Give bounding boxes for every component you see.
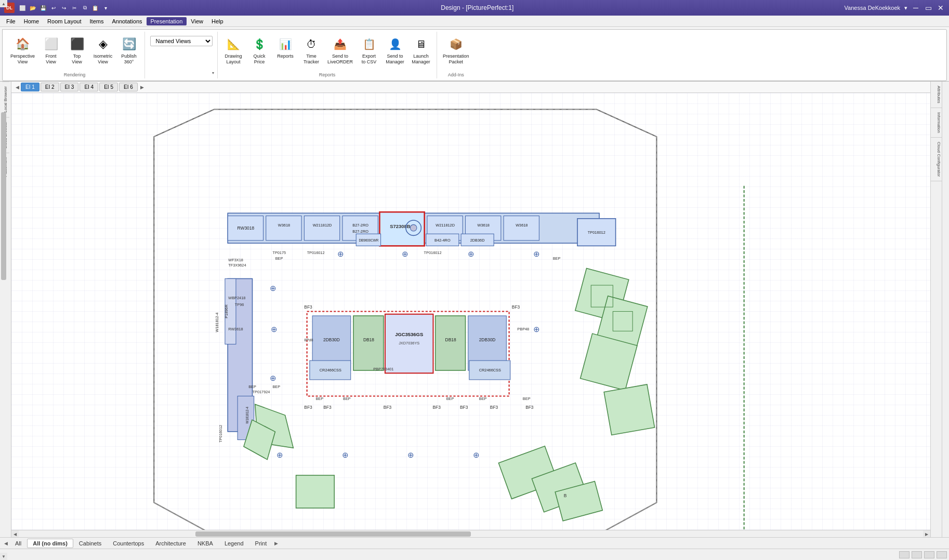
launch-manager-btn[interactable]: 🖥 LaunchManager [408, 34, 433, 70]
menu-view[interactable]: View [187, 17, 207, 25]
quick-price-btn[interactable]: 💲 QuickPrice [247, 34, 272, 70]
v-scrollbar[interactable]: ▲ ▼ [942, 82, 949, 537]
reports-label: Reports [277, 54, 294, 59]
bottom-tabs-prev[interactable]: ◀ [2, 541, 9, 546]
svg-text:⊕: ⊕ [533, 250, 540, 258]
rendering-buttons: 🏠 PerspectiveView ⬜ FrontView ⬛ TopView … [8, 32, 141, 71]
menu-file[interactable]: File [2, 17, 20, 25]
view-btn-1[interactable] [899, 551, 910, 558]
svg-text:TP016012: TP016012 [218, 425, 223, 443]
h-scrollbar[interactable]: ◀ ▶ [11, 530, 930, 537]
save-btn[interactable]: 💾 [38, 3, 48, 12]
presentation-packet-btn[interactable]: 📦 PresentationPacket [440, 34, 472, 70]
tab-countertops[interactable]: Countertops [107, 539, 150, 548]
redo-btn[interactable]: ↪ [59, 3, 69, 12]
time-tracker-btn[interactable]: ⏱ TimeTracker [299, 34, 324, 70]
front-view-btn[interactable]: ⬜ FrontView [38, 34, 63, 70]
launch-manager-label: LaunchManager [412, 54, 430, 65]
bottom-tabs-next[interactable]: ▶ [272, 541, 280, 546]
tab-architecture[interactable]: Architecture [150, 539, 192, 548]
user-dropdown[interactable]: ▾ [904, 5, 907, 11]
ei-next-btn[interactable]: ▶ [139, 82, 146, 92]
h-scroll-thumb[interactable] [195, 531, 471, 537]
attributes-tab[interactable]: Attributes [931, 82, 942, 108]
paste-btn[interactable]: 📋 [90, 3, 100, 12]
ribbon: 🏠 PerspectiveView ⬜ FrontView ⬛ TopView … [0, 27, 949, 82]
scroll-left-btn[interactable]: ◀ [11, 530, 19, 537]
svg-rect-42 [604, 384, 654, 435]
tab-all[interactable]: All [9, 539, 27, 548]
v-scroll-thumb[interactable] [1, 112, 6, 280]
named-views-collapse[interactable]: ▾ [148, 70, 214, 76]
svg-text:RW3018: RW3018 [238, 225, 255, 231]
svg-text:TP96: TP96 [235, 302, 244, 307]
scroll-right-btn[interactable]: ▶ [923, 530, 930, 537]
named-views-dropdown[interactable]: Named Views [150, 36, 213, 46]
reports-buttons: 📐 DrawingLayout 💲 QuickPrice 📊 Reports ⏱… [221, 32, 433, 71]
ei-tab-6[interactable]: EI 6 [119, 83, 138, 91]
view-btn-3[interactable] [924, 551, 934, 558]
svg-text:WF3X18: WF3X18 [228, 258, 243, 262]
tab-legend[interactable]: Legend [219, 539, 249, 548]
qa-more[interactable]: ▾ [101, 3, 110, 12]
ei-prev-btn[interactable]: ◀ [14, 82, 21, 92]
svg-text:BEP: BEP [553, 256, 561, 261]
minimize-btn[interactable]: ─ [912, 4, 920, 12]
svg-text:⊕: ⊕ [473, 451, 480, 459]
tab-print[interactable]: Print [249, 539, 273, 548]
ei-tab-3[interactable]: EI 3 [60, 83, 79, 91]
svg-rect-20 [504, 216, 539, 241]
ei-tab-5[interactable]: EI 5 [99, 83, 118, 91]
cut-btn[interactable]: ✂ [70, 3, 79, 12]
open-btn[interactable]: 📂 [28, 3, 37, 12]
presentation-packet-icon: 📦 [447, 36, 464, 52]
svg-rect-5 [304, 216, 339, 241]
svg-text:RW3618: RW3618 [228, 327, 243, 331]
information-tab[interactable]: Information [931, 108, 942, 138]
menu-items[interactable]: Items [86, 17, 108, 25]
menu-room-layout[interactable]: Room Layout [43, 17, 85, 25]
menu-home[interactable]: Home [20, 17, 43, 25]
tab-cabinets[interactable]: Cabinets [73, 539, 107, 548]
cloud-configurator-tab[interactable]: Cloud Configurator [931, 138, 942, 181]
close-window-btn[interactable]: ✕ [937, 4, 945, 12]
title-left: DL ⬜ 📂 💾 ↩ ↪ ✂ ⧉ 📋 ▾ [4, 3, 110, 13]
svg-text:PBP793401: PBP793401 [373, 367, 393, 371]
publish-360-btn[interactable]: 🔄 Publish360° [116, 34, 141, 70]
view-btn-2[interactable] [912, 551, 922, 558]
status-bar [0, 549, 949, 560]
ei-tab-1[interactable]: EI 1 [21, 83, 39, 91]
reports-btn[interactable]: 📊 Reports [273, 34, 298, 70]
svg-text:PBP48: PBP48 [517, 327, 529, 331]
restore-btn[interactable]: ▭ [924, 4, 932, 12]
top-view-btn[interactable]: ⬛ TopView [64, 34, 89, 70]
tab-nkba[interactable]: NKBA [192, 539, 219, 548]
local-browser-tab[interactable]: Local Browser [2, 82, 9, 117]
menu-help[interactable]: Help [207, 17, 228, 25]
svg-text:BEP: BEP [272, 384, 280, 389]
svg-text:B42-4RO: B42-4RO [434, 238, 451, 243]
ribbon-content: 🏠 PerspectiveView ⬜ FrontView ⬛ TopView … [2, 29, 947, 81]
ei-tab-2[interactable]: EI 2 [41, 83, 59, 91]
send-to-liveorder-btn[interactable]: 📤 Send toLiveORDER [325, 34, 355, 70]
isometric-view-btn[interactable]: ◈ IsometricView [90, 34, 115, 70]
send-to-manager-btn[interactable]: 👤 Send toManager [383, 34, 407, 70]
svg-text:BEP: BEP [315, 396, 323, 401]
svg-text:DB18: DB18 [445, 337, 456, 342]
ei-tab-4[interactable]: EI 4 [80, 83, 98, 91]
menu-presentation[interactable]: Presentation [147, 17, 187, 25]
perspective-view-btn[interactable]: 🏠 PerspectiveView [8, 34, 37, 70]
copy-btn[interactable]: ⧉ [80, 3, 89, 12]
svg-text:W3618: W3618 [278, 223, 290, 228]
tab-all-no-dims[interactable]: All (no dims) [27, 539, 73, 548]
drawing-area[interactable]: RW3018 W3618 W211812D B27-2RO B27-2RO [11, 93, 930, 530]
menu-annotations[interactable]: Annotations [108, 17, 146, 25]
collapse-arrow[interactable]: ▾ [212, 71, 214, 75]
export-to-csv-btn[interactable]: 📋 Exportto CSV [357, 34, 381, 70]
send-to-manager-label: Send toManager [386, 54, 404, 65]
time-tracker-icon: ⏱ [303, 36, 320, 52]
view-btn-4[interactable] [937, 551, 947, 558]
new-btn[interactable]: ⬜ [18, 3, 27, 12]
drawing-layout-btn[interactable]: 📐 DrawingLayout [221, 34, 246, 70]
undo-btn[interactable]: ↩ [49, 3, 58, 12]
